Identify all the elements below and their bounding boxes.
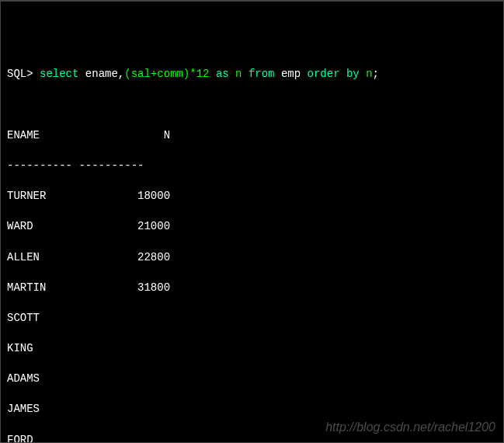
table-row: MARTIN 31800	[7, 281, 497, 296]
sql-prompt: SQL>	[7, 68, 33, 80]
expr-salcomm: (sal+comm)*12	[124, 68, 209, 80]
kw-as: as	[216, 68, 229, 80]
cols-prefix: ename,	[78, 68, 124, 80]
table-row: FORD	[7, 433, 497, 443]
table-row: ALLEN 22800	[7, 250, 497, 266]
table-emp: emp	[275, 68, 308, 80]
order-col: n	[366, 68, 372, 80]
result-sep-1: ---------- ----------	[7, 159, 497, 174]
table-row: KING	[7, 341, 497, 357]
semicolon: ;	[373, 68, 379, 80]
result-header-1: ENAME N	[7, 128, 497, 144]
table-row: JAMES	[7, 402, 497, 417]
table-row: SCOTT	[7, 311, 497, 326]
blank-line	[7, 98, 497, 113]
table-row: WARD 21000	[7, 219, 497, 235]
alias-n: n	[235, 68, 242, 80]
kw-select: select	[40, 68, 78, 80]
table-row: TURNER 18000	[7, 189, 497, 204]
table-row: ADAMS	[7, 371, 497, 387]
kw-order: order	[308, 68, 340, 80]
sql-prompt-line-1[interactable]: SQL> select ename,(sal+comm)*12 as n fro…	[7, 67, 497, 82]
kw-from: from	[249, 68, 275, 80]
kw-by: by	[346, 68, 360, 80]
